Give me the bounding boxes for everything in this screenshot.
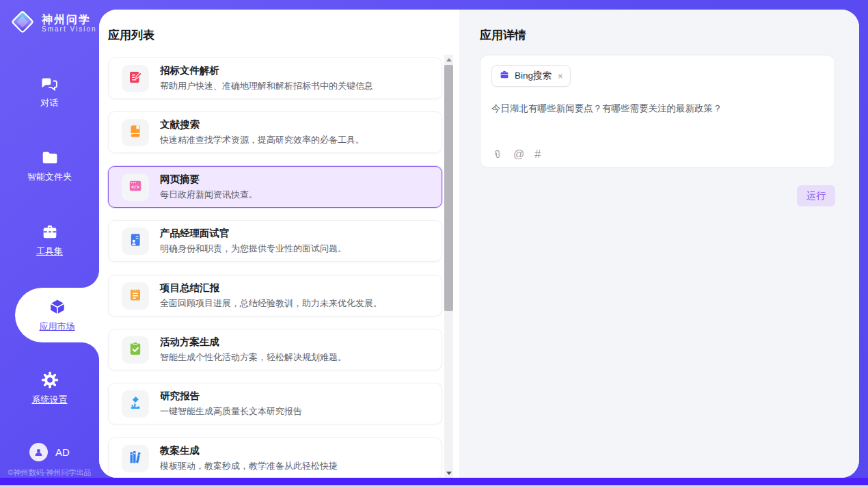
clipboard-check-icon xyxy=(127,340,144,360)
cube-icon xyxy=(48,297,67,316)
app-list-title: 应用列表 xyxy=(108,27,154,43)
copyright-text: ©神州数码·神州问学出品 xyxy=(0,467,99,478)
attachment-toolbar: @ # xyxy=(491,148,541,161)
app-card[interactable]: 活动方案生成 智能生成个性化活动方案，轻松解决规划难题。 xyxy=(108,329,442,370)
diamond-logo-icon xyxy=(8,8,37,39)
user-name: AD xyxy=(55,446,70,458)
scroll-up-arrow-icon[interactable] xyxy=(444,55,453,64)
scrollbar-thumb[interactable] xyxy=(444,65,453,311)
sidebar-item-smart-folders[interactable]: 智能文件夹 xyxy=(0,148,99,183)
briefcase-icon xyxy=(499,69,510,83)
web-code-icon: </> xyxy=(127,178,144,197)
sidebar-item-app-market[interactable]: 应用市场 xyxy=(15,288,99,342)
note-icon xyxy=(127,286,144,306)
app-card[interactable]: 研究报告 一键智能生成高质量长文本研究报告 xyxy=(108,383,442,424)
gear-icon xyxy=(40,370,59,390)
sidebar-item-toolset[interactable]: 工具集 xyxy=(0,222,99,258)
app-detail-panel: 应用详情 Bing搜索 × 今日湖北有哪些新闻要点？有哪些需要关注的最新政策？ … xyxy=(459,10,859,478)
brand-logo: 神州问学 Smart Vision xyxy=(8,8,97,39)
app-card[interactable]: 招标文件解析 帮助用户快速、准确地理解和解析招标书中的关键信息 xyxy=(108,57,442,99)
brand-subtitle: Smart Vision xyxy=(42,25,97,33)
microscope-icon xyxy=(127,394,144,414)
app-detail-title: 应用详情 xyxy=(480,27,526,43)
app-card[interactable]: 产品经理面试官 明确身份和职责，为您提供专业性的面试问题。 xyxy=(108,220,442,262)
scroll-down-arrow-icon[interactable] xyxy=(444,468,453,478)
run-button[interactable]: 运行 xyxy=(797,185,835,206)
book-icon xyxy=(127,123,144,142)
at-icon[interactable]: @ xyxy=(513,148,524,161)
app-card[interactable]: 文献搜索 快速精准查找学术资源，提高研究效率的必备工具。 xyxy=(108,111,442,153)
folder-icon xyxy=(40,148,59,167)
sidebar-item-settings[interactable]: 系统设置 xyxy=(0,370,99,406)
user-account[interactable]: AD xyxy=(0,443,99,461)
books-icon xyxy=(127,449,144,468)
tool-tag-label: Bing搜索 xyxy=(515,70,552,82)
brand-name: 神州问学 xyxy=(42,14,97,26)
avatar xyxy=(29,443,48,461)
query-input[interactable]: 今日湖北有哪些新闻要点？有哪些需要关注的最新政策？ xyxy=(491,102,824,116)
interview-icon xyxy=(127,232,144,251)
doc-edit-icon xyxy=(127,69,144,88)
bottom-edge xyxy=(0,485,868,488)
chat-icon xyxy=(40,74,59,93)
paperclip-icon[interactable] xyxy=(491,149,503,161)
sidebar-item-chat[interactable]: 对话 xyxy=(0,74,99,109)
prompt-input-card: Bing搜索 × 今日湖北有哪些新闻要点？有哪些需要关注的最新政策？ @ # xyxy=(480,55,835,168)
app-card[interactable]: 教案生成 模板驱动，教案秒成，教学准备从此轻松快捷 xyxy=(108,437,442,478)
close-icon[interactable]: × xyxy=(558,72,563,81)
app-window: 神州问学 Smart Vision 对话 智能文件夹 工具集 应用市场 系统设置… xyxy=(0,0,868,488)
scrollbar[interactable] xyxy=(444,55,453,478)
svg-text:</>: </> xyxy=(131,185,139,190)
app-card[interactable]: 项目总结汇报 全面回顾项目进展，总结经验教训，助力未来优化发展。 xyxy=(108,275,442,316)
tool-tag-bing-search[interactable]: Bing搜索 × xyxy=(491,65,571,87)
app-list-panel: 应用列表 招标文件解析 帮助用户快速、准确地理解和解析招标书中的关键信息 文献搜… xyxy=(99,10,459,478)
sidebar: 神州问学 Smart Vision 对话 智能文件夹 工具集 应用市场 系统设置… xyxy=(0,0,99,488)
app-card[interactable]: </> 网页摘要 每日政府新闻资讯快查。 xyxy=(108,166,442,208)
main-content: 应用列表 招标文件解析 帮助用户快速、准确地理解和解析招标书中的关键信息 文献搜… xyxy=(99,10,859,478)
toolbox-icon xyxy=(40,222,59,241)
hash-icon[interactable]: # xyxy=(534,148,541,161)
bottom-bar xyxy=(0,478,868,485)
